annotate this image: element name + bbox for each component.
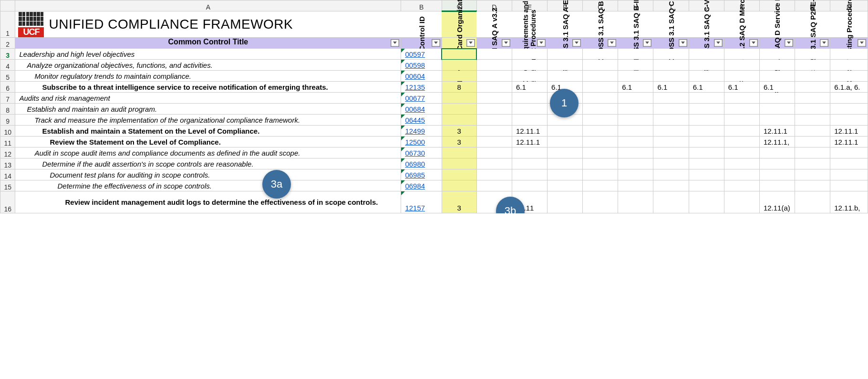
- data-cell: [795, 147, 830, 158]
- filter-icon[interactable]: [608, 39, 616, 47]
- control-id-link[interactable]: 06985: [405, 171, 425, 179]
- data-cell: [548, 169, 582, 180]
- data-cell: [618, 191, 653, 213]
- control-id-link[interactable]: 06980: [405, 160, 425, 168]
- filter-icon[interactable]: [643, 39, 651, 47]
- control-title: Analyze organizational objectives, funct…: [15, 60, 401, 70]
- row-header[interactable]: 14: [0, 169, 15, 180]
- data-cell: [653, 180, 688, 191]
- data-cell: [653, 115, 688, 125]
- control-id-link[interactable]: 12135: [405, 83, 425, 91]
- filter-icon[interactable]: [502, 39, 510, 47]
- row-header-1[interactable]: 1: [0, 11, 15, 38]
- data-cell: [760, 147, 795, 158]
- data-cell: 6.1: [512, 82, 547, 92]
- filter-icon[interactable]: [391, 39, 399, 47]
- data-cell: [724, 115, 759, 125]
- filter-icon[interactable]: [785, 39, 793, 47]
- row-header[interactable]: 3: [0, 49, 15, 60]
- filter-icon[interactable]: [679, 39, 687, 47]
- data-cell: 6.1: [760, 82, 795, 92]
- data-cell: [830, 60, 868, 70]
- data-cell: [618, 71, 653, 81]
- data-cell: [653, 137, 688, 147]
- row-header[interactable]: 7: [0, 93, 15, 104]
- filter-icon[interactable]: [749, 39, 758, 47]
- data-cell: [724, 169, 759, 180]
- control-id-link[interactable]: 12499: [405, 127, 425, 135]
- column-header[interactable]: A: [15, 0, 401, 11]
- filter-icon[interactable]: [858, 39, 866, 47]
- data-cell: [653, 126, 688, 136]
- data-cell: [795, 158, 830, 169]
- control-id-link[interactable]: 12500: [405, 138, 425, 146]
- data-cell: [618, 137, 653, 147]
- payment-card-count: [442, 49, 476, 59]
- data-cell: [512, 71, 547, 81]
- data-cell: [583, 71, 618, 81]
- select-all-corner[interactable]: [0, 0, 15, 11]
- row-header[interactable]: 6: [0, 82, 15, 93]
- row-header[interactable]: 5: [0, 71, 15, 82]
- data-cell: [830, 49, 868, 59]
- data-cell: [724, 147, 759, 158]
- control-id-link[interactable]: 00597: [405, 50, 425, 58]
- filter-icon[interactable]: [820, 39, 828, 47]
- data-cell: [830, 115, 868, 125]
- row-header-2[interactable]: 2: [0, 38, 15, 49]
- data-cell: [477, 115, 512, 125]
- data-cell: [477, 93, 512, 103]
- data-cell: [689, 71, 724, 81]
- data-cell: [477, 60, 512, 70]
- control-id-link[interactable]: 00684: [405, 105, 425, 113]
- spreadsheet-grid[interactable]: ABCDEFGHIJKLMN 1 UCF UNIFIED COMPLIANCE …: [0, 0, 868, 213]
- row-header[interactable]: 4: [0, 60, 15, 71]
- data-cell: [689, 49, 724, 59]
- row-header[interactable]: 11: [0, 137, 15, 147]
- data-cell: [760, 60, 795, 70]
- data-cell: [689, 169, 724, 180]
- filter-icon[interactable]: [432, 39, 440, 47]
- data-cell: [477, 137, 512, 147]
- row-header[interactable]: 10: [0, 126, 15, 137]
- control-id-link[interactable]: 00598: [405, 61, 425, 69]
- row-header[interactable]: 13: [0, 158, 15, 169]
- control-id-link[interactable]: 00604: [405, 72, 425, 80]
- filter-icon[interactable]: [714, 39, 723, 47]
- data-cell: [512, 169, 547, 180]
- control-id-link[interactable]: 00677: [405, 94, 425, 102]
- data-cell: [548, 60, 582, 70]
- data-cell: [477, 191, 512, 213]
- filter-icon[interactable]: [572, 39, 581, 47]
- row-header[interactable]: 9: [0, 115, 15, 126]
- row-header[interactable]: 16: [0, 191, 15, 213]
- row-header[interactable]: 12: [0, 147, 15, 158]
- row-header[interactable]: 15: [0, 180, 15, 191]
- filter-icon[interactable]: [466, 39, 475, 47]
- row-header[interactable]: 8: [0, 104, 15, 115]
- data-cell: [512, 115, 547, 125]
- control-id-link[interactable]: 06984: [405, 182, 425, 190]
- data-cell: [477, 126, 512, 136]
- data-cell: [653, 158, 688, 169]
- data-cell: [724, 49, 759, 59]
- data-cell: [583, 169, 618, 180]
- control-id-link[interactable]: 06445: [405, 116, 425, 124]
- data-cell: [795, 115, 830, 125]
- data-cell: [618, 115, 653, 125]
- data-cell: [477, 82, 512, 92]
- ucf-logo: UCF: [18, 11, 44, 37]
- data-cell: [477, 147, 512, 158]
- control-id-link[interactable]: 12157: [405, 204, 425, 212]
- data-cell: [830, 104, 868, 114]
- data-cell: [795, 93, 830, 103]
- data-cell: [477, 71, 512, 81]
- column-header[interactable]: B: [401, 0, 442, 11]
- payment-card-count: [442, 71, 476, 81]
- payment-card-count: [442, 104, 476, 114]
- data-cell: [477, 169, 512, 180]
- data-cell: [653, 104, 688, 114]
- data-cell: [477, 49, 512, 59]
- filter-icon[interactable]: [537, 39, 546, 47]
- control-id-link[interactable]: 06730: [405, 149, 425, 157]
